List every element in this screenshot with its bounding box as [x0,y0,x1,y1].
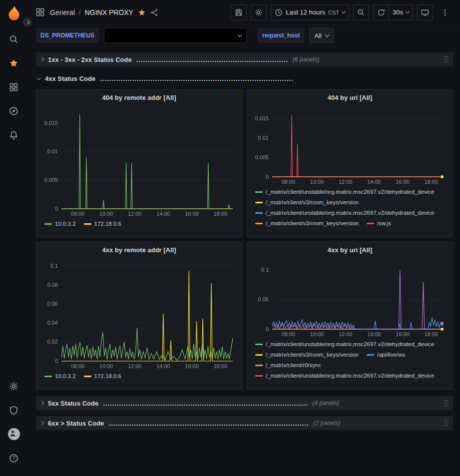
datasource-select[interactable] [104,28,247,43]
chart-legend: /_matrix/client/unstable/org.matrix.msc2… [251,338,449,387]
search-icon[interactable] [3,27,25,51]
legend-series-label: /_matrix/client/unstable/org.matrix.msc2… [266,187,435,197]
legend-item[interactable]: /_matrix/client/v3/room_keys/version [255,197,359,208]
tv-mode-button[interactable] [417,4,433,20]
svg-text:0.02: 0.02 [47,339,58,345]
svg-text:08:00: 08:00 [282,179,296,185]
svg-text:0: 0 [55,206,58,212]
legend-item[interactable]: 10.0.3.2 [44,219,76,229]
time-series-chart[interactable]: 00.050.108:0010:0012:0014:0016:0018:00 [251,257,449,338]
svg-text:16:00: 16:00 [396,331,410,337]
legend-series-label: /_matrix/client/v3/room_keys/version [266,197,359,208]
legend-series-color [255,375,263,377]
starred-icon[interactable] [3,51,25,75]
legend-item[interactable]: /_matrix/client/r0/sync [255,360,321,371]
dashboards-icon[interactable] [3,75,25,99]
share-icon[interactable] [150,8,158,16]
legend-item[interactable]: 172.18.0.6 [84,371,121,382]
row-dots: ........................................… [108,420,309,427]
panel-body: 00.0050.010.01508:0010:0012:0014:0016:00… [247,105,453,237]
row-dots: ........................................… [100,75,293,82]
breadcrumb-folder[interactable]: General [50,8,75,16]
server-admin-shield-icon[interactable] [3,398,25,422]
datasource-variable-label: DS_PROMETHEUS [36,28,99,43]
alerting-icon[interactable] [3,123,25,147]
timezone-label: CST [328,9,339,15]
svg-text:0.005: 0.005 [255,154,269,160]
time-series-chart[interactable]: 00.020.040.060.080.108:0010:0012:0014:00… [40,257,238,370]
legend-item[interactable]: /_matrix/client/unstable/org.matrix.msc2… [255,208,435,218]
svg-text:10:00: 10:00 [310,179,324,185]
sidebar-expand-toggle[interactable] [23,18,32,27]
variables-bar: DS_PROMETHEUS request_host All [27,25,460,48]
legend-item[interactable]: /api/live/ws [367,350,405,360]
legend-item[interactable]: /_matrix/client/unstable/org.matrix.msc2… [255,371,435,381]
panel-title[interactable]: 404 by remote addr [All] [36,90,242,105]
request-host-value: All [314,32,321,39]
legend-series-label: 172.18.0.6 [94,219,121,229]
refresh-button[interactable] [373,4,389,20]
help-icon[interactable]: ? [3,446,25,470]
legend-series-label: /_matrix/client/v3/room_keys/version [266,218,359,229]
refresh-interval-label: 30s [393,8,403,16]
svg-text:0.04: 0.04 [47,320,58,326]
avatar[interactable] [3,422,25,446]
legend-item[interactable]: /_matrix/client/v3/room_keys/version [255,218,359,229]
favorite-star-icon[interactable] [138,8,146,16]
row-header-6xx[interactable]: 6xx > Status Code ......................… [36,416,453,430]
request-host-select[interactable]: All [309,28,333,43]
dashboard-settings-button[interactable] [251,4,267,20]
legend-item[interactable]: 10.0.3.2 [44,371,76,382]
row-drag-handle[interactable] [444,55,449,63]
panel-title[interactable]: 4xx by uri [All] [247,242,453,257]
svg-text:18:00: 18:00 [213,211,227,217]
chevron-right-icon [25,20,29,24]
svg-text:16:00: 16:00 [185,211,199,217]
legend-series-label: 10.0.3.2 [55,219,76,229]
panel-title[interactable]: 404 by uri [All] [247,90,453,105]
legend-series-color [367,223,374,224]
svg-text:0.015: 0.015 [255,115,269,121]
zoom-out-button[interactable] [353,4,369,20]
row-header-4xx[interactable]: 4xx Status Code ........................… [36,72,453,84]
save-dashboard-button[interactable] [231,4,247,20]
legend-item[interactable]: 172.18.0.6 [84,219,121,229]
row-header-1xx-3xx-2xx[interactable]: 1xx - 3xx - 2xx Status Code ............… [36,52,453,66]
svg-text:0.1: 0.1 [261,267,269,273]
explore-icon[interactable] [3,99,25,123]
legend-series-color [44,376,52,377]
row-drag-handle[interactable] [444,399,449,407]
svg-text:0.01: 0.01 [258,135,269,141]
svg-text:08:00: 08:00 [71,211,85,217]
legend-series-color [255,354,263,356]
svg-text:0.005: 0.005 [44,177,58,183]
dashboard-scroll-area: 1xx - 3xx - 2xx Status Code ............… [27,48,460,476]
refresh-interval-dropdown[interactable]: 30s [389,4,413,20]
grafana-logo[interactable] [5,5,22,22]
svg-text:10:00: 10:00 [310,331,324,337]
row-drag-handle[interactable] [444,419,449,427]
chevron-down-icon [342,9,346,13]
row-header-5xx[interactable]: 5xx Status Code ........................… [36,396,453,410]
time-series-chart[interactable]: 00.0050.010.01508:0010:0012:0014:0016:00… [251,105,449,186]
panel-grid: 404 by remote addr [All] 00.0050.010.015… [36,89,453,390]
legend-series-label: /_matrix/client/r0/sync [266,360,321,371]
svg-text:0.1: 0.1 [50,263,58,269]
svg-text:08:00: 08:00 [71,363,85,369]
legend-series-label: /api/live/ws [377,350,405,360]
panel-body: 00.050.108:0010:0012:0014:0016:0018:00 /… [247,257,453,389]
time-range-picker[interactable]: Last 12 hours CST [271,4,349,20]
clock-icon [275,8,283,16]
legend-series-color [367,354,374,356]
settings-icon[interactable] [3,374,25,398]
time-series-chart[interactable]: 00.0050.010.01508:0010:0012:0014:0016:00… [40,105,238,218]
legend-item[interactable]: /sw.js [367,218,391,229]
row-dots: ........................................… [136,56,288,63]
kebab-menu-icon[interactable] [437,4,453,20]
panel-title[interactable]: 4xx by remote addr [All] [36,242,242,257]
legend-item[interactable]: /_matrix/client/unstable/org.matrix.msc2… [255,187,435,197]
legend-item[interactable]: /_matrix/client/unstable/org.matrix.msc2… [255,339,435,350]
legend-item[interactable]: /_matrix/client/v3/room_keys/version [255,350,359,360]
chevron-right-icon [40,401,44,405]
legend-series-label: 172.18.0.6 [94,371,121,382]
